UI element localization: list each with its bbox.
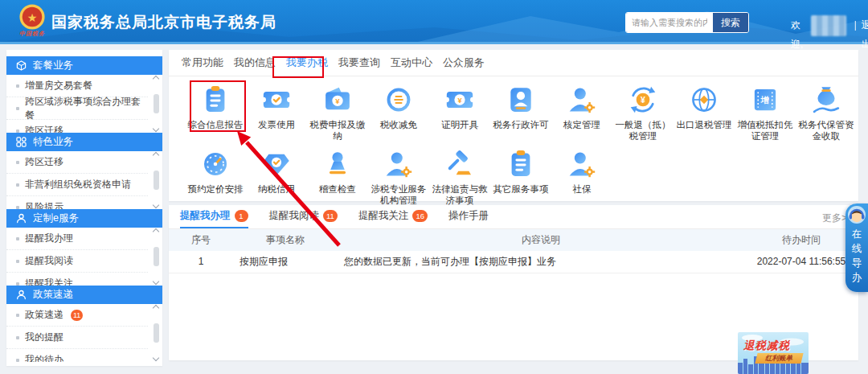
promo-banner[interactable]: 退税减税 红利账单 <box>738 332 809 374</box>
reminder-table: 序号事项名称内容说明待办时间 1按期应申报您的数据已更新，当前可办理【按期应申报… <box>169 229 858 273</box>
wallet-yen-icon: ¥ <box>321 83 354 117</box>
service-item[interactable]: ¥税费申报及缴纳 <box>307 83 368 142</box>
sidebar-section-header-2[interactable]: 特色业务 <box>6 133 162 151</box>
service-item[interactable]: 增增值税抵扣凭证管理 <box>735 83 796 142</box>
username-redacted <box>811 15 845 36</box>
service-grid-row2: 预约定价安排纳税信用稽查检查涉税专业服务机构管理法律追责与救济事项其它服务事项社… <box>169 147 858 207</box>
main-tab-2[interactable]: 我的信息 <box>233 55 276 70</box>
reminder-tab-bar: 提醒我办理1提醒我阅读11提醒我关注16操作手册 <box>169 205 858 229</box>
sidebar-item[interactable]: 提醒我阅读 <box>6 250 148 273</box>
scroll-down-icon[interactable] <box>153 202 159 208</box>
service-item[interactable]: 发票使用 <box>246 83 307 142</box>
service-item[interactable]: 核定管理 <box>551 83 612 142</box>
service-item[interactable]: 综合信息报告 <box>185 83 246 142</box>
sidebar-item[interactable]: 我的提醒 <box>6 327 148 349</box>
sidebar-section-list: 政策速递11我的提醒我的待办 <box>6 304 162 362</box>
main-tab-4[interactable]: 我要查询 <box>338 55 381 70</box>
scrollbar-thumb[interactable] <box>154 94 159 113</box>
service-item[interactable]: ¥证明开具 <box>429 83 490 142</box>
scroll-down-icon[interactable] <box>153 125 159 132</box>
scrollbar-thumb[interactable] <box>154 323 159 343</box>
sidebar-item[interactable]: 跨区迁移 <box>6 151 148 174</box>
count-badge: 11 <box>323 210 338 222</box>
logout-link[interactable]: 退出 <box>862 15 868 54</box>
scrollbar[interactable] <box>151 153 161 208</box>
table-row[interactable]: 1按期应申报您的数据已更新，当前可办理【按期应申报】业务2022-07-04 1… <box>169 251 858 273</box>
main-tab-bar: 常用功能我的信息我要办税我要查询互动中心公众服务 <box>169 50 858 76</box>
sidebar-item[interactable]: 风险提示 <box>6 196 148 209</box>
service-item[interactable]: 出口退税管理 <box>674 83 735 142</box>
online-guide-tab[interactable]: 在线导办 <box>845 203 868 292</box>
sidebar-item-label: 增量房交易套餐 <box>25 79 92 92</box>
main-tab-3[interactable]: 我要办税 <box>285 55 329 70</box>
sidebar-section-title: 套餐业务 <box>33 59 73 72</box>
search-button[interactable]: 搜索 <box>713 13 748 32</box>
service-label: 发票使用 <box>258 119 295 130</box>
scrollbar[interactable] <box>151 306 161 360</box>
sidebar-section-title: 特色业务 <box>33 135 73 149</box>
voucher-icon: 增 <box>748 83 782 117</box>
reminder-tab-4[interactable]: 操作手册 <box>448 205 489 228</box>
scrollbar[interactable] <box>151 76 161 131</box>
scroll-up-icon[interactable] <box>153 76 159 82</box>
person-gear-icon <box>565 147 599 181</box>
scrollbar-thumb[interactable] <box>154 247 159 266</box>
service-label: 法律追责与救济事项 <box>429 183 490 207</box>
scroll-up-icon[interactable] <box>153 152 159 158</box>
sidebar-item[interactable]: 非营利组织免税资格申请 <box>6 174 148 196</box>
sidebar-item[interactable]: 我的待办 <box>6 349 148 362</box>
sidebar-item[interactable]: 跨区域涉税事项综合办理套餐 <box>6 97 148 120</box>
main-tab-6[interactable]: 公众服务 <box>442 55 485 70</box>
service-item[interactable]: ¥一般退（抵）税管理 <box>612 83 674 142</box>
scroll-up-icon[interactable] <box>153 305 159 311</box>
service-item[interactable]: 稽查检查 <box>307 147 368 207</box>
service-item[interactable]: 其它服务事项 <box>490 147 551 207</box>
svg-text:¥: ¥ <box>457 97 462 105</box>
main-tab-5[interactable]: 互动中心 <box>390 55 433 70</box>
cube-icon <box>16 60 27 71</box>
svg-text:¥: ¥ <box>335 97 340 105</box>
column-header: 内容说明 <box>338 229 744 251</box>
reminder-tab-2[interactable]: 提醒我阅读11 <box>269 205 338 228</box>
sidebar-item[interactable]: 提醒我关注 <box>6 273 148 286</box>
sidebar-item[interactable]: 提醒我办理 <box>6 228 148 250</box>
table-header-row: 序号事项名称内容说明待办时间 <box>169 229 858 251</box>
service-label: 一般退（抵）税管理 <box>612 119 674 142</box>
service-item[interactable]: 预约定价安排 <box>185 147 246 207</box>
service-label: 稽查检查 <box>319 183 356 195</box>
sidebar-section-list: 增量房交易套餐跨区域涉税事项综合办理套餐跨区迁移 <box>6 75 162 133</box>
reminder-tab-1[interactable]: 提醒我办理1 <box>180 205 248 228</box>
bullet-icon <box>16 129 19 133</box>
bullet-icon <box>16 359 19 362</box>
bullet-icon <box>16 260 19 263</box>
more-link[interactable]: 更多> <box>822 212 847 225</box>
bullet-icon <box>16 206 19 209</box>
service-label: 其它服务事项 <box>493 183 549 195</box>
sidebar-item-label: 跨区域涉税事项综合办理套餐 <box>25 95 148 122</box>
online-guide-label: 在线导办 <box>852 227 862 285</box>
sidebar-item-label: 我的提醒 <box>25 331 63 344</box>
main-tab-1[interactable]: 常用功能 <box>181 55 224 70</box>
service-item[interactable]: 纳税信用 <box>246 147 307 207</box>
reminder-tab-3[interactable]: 提醒我关注16 <box>358 205 428 228</box>
scroll-down-icon[interactable] <box>153 355 159 361</box>
sidebar-section-header-3[interactable]: 定制e服务 <box>6 209 162 228</box>
service-label: 税务行政许可 <box>493 119 549 130</box>
service-item[interactable]: 税务行政许可 <box>490 83 551 142</box>
service-item[interactable]: 社保 <box>551 147 612 207</box>
scrollbar[interactable] <box>151 229 161 284</box>
service-item[interactable]: 税务代保管资金收取 <box>796 83 857 142</box>
bullet-icon <box>16 282 19 286</box>
scrollbar-thumb[interactable] <box>154 171 159 190</box>
sidebar-item[interactable]: 政策速递11 <box>6 304 148 327</box>
scroll-up-icon[interactable] <box>153 228 159 235</box>
sidebar-section-header-4[interactable]: 政策速递 <box>6 286 162 304</box>
service-item[interactable]: 税收减免 <box>368 83 429 142</box>
service-item[interactable]: 法律追责与救济事项 <box>429 147 490 207</box>
scroll-down-icon[interactable] <box>153 278 159 285</box>
sidebar-section-header-1[interactable]: 套餐业务 <box>6 56 162 75</box>
service-item[interactable]: 涉税专业服务机构管理 <box>368 147 429 207</box>
service-label: 纳税信用 <box>258 183 295 195</box>
table-cell: 2022-07-04 11:56:55 <box>744 251 858 273</box>
search-input[interactable] <box>626 13 713 32</box>
